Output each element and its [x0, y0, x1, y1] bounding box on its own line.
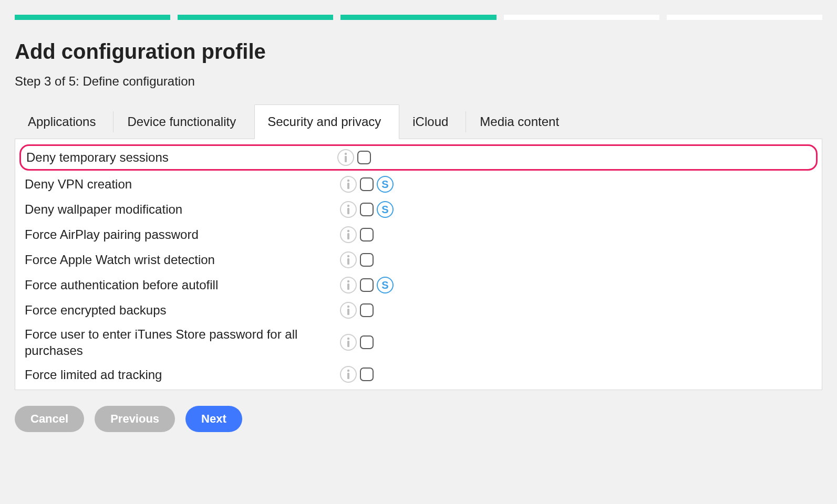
- supervised-badge-icon: S: [377, 277, 394, 293]
- supervised-badge-icon: S: [377, 201, 394, 218]
- tab-label: Applications: [28, 114, 96, 129]
- setting-controls: S: [340, 201, 394, 218]
- setting-checkbox[interactable]: [360, 177, 374, 191]
- next-button[interactable]: Next: [185, 406, 242, 432]
- svg-rect-15: [347, 341, 349, 347]
- info-icon[interactable]: [340, 226, 357, 243]
- setting-controls: [337, 149, 371, 166]
- tab-applications[interactable]: Applications: [15, 104, 114, 139]
- settings-panel: Deny temporary sessionsDeny VPN creation…: [15, 139, 822, 390]
- setting-row: Force limited ad tracking: [15, 362, 822, 387]
- tab-device-functionality[interactable]: Device functionality: [114, 104, 254, 139]
- setting-label: Deny temporary sessions: [26, 149, 337, 165]
- info-icon[interactable]: [337, 149, 354, 166]
- info-icon[interactable]: [340, 251, 357, 268]
- svg-point-16: [347, 370, 349, 372]
- svg-rect-3: [347, 183, 349, 189]
- setting-controls: [340, 302, 374, 319]
- cancel-button[interactable]: Cancel: [15, 406, 84, 432]
- setting-controls: S: [340, 277, 394, 293]
- svg-rect-11: [347, 284, 349, 290]
- info-icon[interactable]: [340, 201, 357, 218]
- setting-row: Force AirPlay pairing password: [15, 222, 822, 247]
- info-icon[interactable]: [340, 277, 357, 293]
- setting-row: Force Apple Watch wrist detection: [15, 247, 822, 272]
- setting-label: Force AirPlay pairing password: [25, 226, 340, 243]
- svg-rect-7: [347, 233, 349, 239]
- setting-checkbox[interactable]: [360, 203, 374, 216]
- progress-segment: [340, 15, 496, 20]
- progress-segment: [178, 15, 333, 20]
- svg-point-12: [347, 306, 349, 308]
- setting-checkbox[interactable]: [360, 335, 374, 349]
- setting-controls: [340, 366, 374, 383]
- setting-controls: [340, 226, 374, 243]
- supervised-badge-icon: S: [377, 176, 394, 193]
- progress-bar: [0, 0, 837, 20]
- info-icon[interactable]: [340, 366, 357, 383]
- svg-point-8: [347, 255, 349, 257]
- tab-media-content[interactable]: Media content: [467, 104, 577, 139]
- svg-point-2: [347, 180, 349, 182]
- svg-rect-5: [347, 208, 349, 214]
- svg-point-4: [347, 205, 349, 207]
- setting-row: Deny VPN creationS: [15, 172, 822, 197]
- tab-label: iCloud: [412, 114, 448, 129]
- setting-row: Force encrypted backups: [15, 298, 822, 323]
- setting-label: Force limited ad tracking: [25, 366, 340, 383]
- setting-label: Force authentication before autofill: [25, 277, 340, 293]
- setting-checkbox[interactable]: [360, 228, 374, 242]
- info-icon[interactable]: [340, 176, 357, 193]
- setting-label: Force user to enter iTunes Store passwor…: [25, 326, 340, 359]
- setting-label: Deny VPN creation: [25, 176, 340, 192]
- info-icon[interactable]: [340, 302, 357, 319]
- progress-segment: [15, 15, 170, 20]
- svg-rect-13: [347, 309, 349, 315]
- setting-row: Deny wallpaper modificationS: [15, 197, 822, 222]
- setting-label: Deny wallpaper modification: [25, 201, 340, 217]
- tab-label: Device functionality: [127, 114, 236, 129]
- svg-rect-17: [347, 373, 349, 379]
- setting-checkbox[interactable]: [360, 278, 374, 292]
- step-label: Step 3 of 5: Define configuration: [0, 68, 837, 104]
- previous-button[interactable]: Previous: [95, 406, 175, 432]
- setting-checkbox[interactable]: [360, 303, 374, 317]
- setting-row: Deny temporary sessions: [19, 144, 818, 171]
- svg-rect-1: [345, 156, 347, 162]
- setting-controls: [340, 334, 374, 351]
- tab-label: Media content: [480, 114, 559, 129]
- tab-security-and-privacy[interactable]: Security and privacy: [254, 104, 399, 139]
- page-title: Add configuration profile: [0, 20, 837, 68]
- svg-point-0: [345, 153, 347, 155]
- progress-segment: [667, 15, 822, 20]
- progress-segment: [504, 15, 659, 20]
- setting-checkbox[interactable]: [357, 151, 371, 164]
- setting-label: Force encrypted backups: [25, 302, 340, 318]
- tabs: ApplicationsDevice functionalitySecurity…: [15, 104, 822, 139]
- setting-checkbox[interactable]: [360, 368, 374, 381]
- setting-label: Force Apple Watch wrist detection: [25, 251, 340, 268]
- setting-controls: [340, 251, 374, 268]
- setting-checkbox[interactable]: [360, 253, 374, 267]
- svg-rect-9: [347, 258, 349, 265]
- wizard-footer: Cancel Previous Next: [0, 390, 837, 451]
- info-icon[interactable]: [340, 334, 357, 351]
- setting-row: Force user to enter iTunes Store passwor…: [15, 323, 822, 362]
- svg-point-6: [347, 230, 349, 232]
- tab-icloud[interactable]: iCloud: [399, 104, 467, 139]
- svg-point-14: [347, 338, 349, 340]
- setting-controls: S: [340, 176, 394, 193]
- setting-row: Force authentication before autofillS: [15, 272, 822, 298]
- tab-label: Security and privacy: [267, 114, 381, 129]
- svg-point-10: [347, 280, 349, 282]
